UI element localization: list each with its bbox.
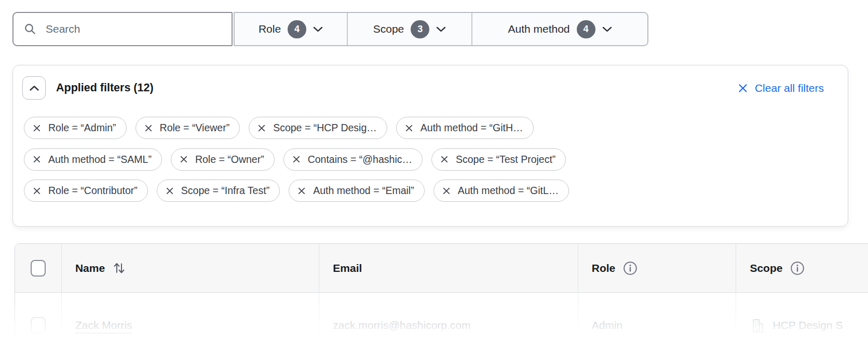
- building-icon: [750, 318, 766, 334]
- clear-all-label: Clear all filters: [755, 82, 824, 94]
- filter-chip-label: Auth method = “GitH…: [421, 122, 523, 134]
- filter-chip: Auth method = “GitL…: [433, 180, 569, 202]
- remove-filter-button[interactable]: [33, 155, 41, 163]
- close-icon: [33, 155, 41, 163]
- filter-chip: Auth method = “SAML”: [24, 148, 162, 171]
- close-icon: [405, 124, 413, 132]
- column-header-email: Email: [319, 244, 577, 292]
- column-header-label: Scope: [750, 262, 782, 274]
- column-header-role: Role: [578, 244, 736, 292]
- remove-filter-button[interactable]: [257, 124, 266, 132]
- info-icon: [623, 261, 638, 276]
- filter-dropdown-auth-method[interactable]: Auth method 4: [471, 13, 647, 45]
- remove-filter-button[interactable]: [405, 124, 413, 132]
- filter-chip: Scope = “Infra Test”: [157, 180, 280, 202]
- chevron-down-icon: [313, 26, 323, 32]
- filter-chip-label: Contains = “@hashic…: [308, 154, 412, 166]
- chip-row: Role = “Admin” Role = “Viewer” Scope = “…: [24, 117, 837, 139]
- clear-all-filters-button[interactable]: Clear all filters: [738, 82, 824, 94]
- filter-chip-label: Role = “Owner”: [195, 154, 264, 166]
- filter-chip: Role = “Contributor”: [24, 180, 148, 202]
- applied-filter-chips: Role = “Admin” Role = “Viewer” Scope = “…: [13, 100, 848, 202]
- close-icon: [144, 124, 153, 132]
- row-email-cell: zack.morris@hashicorp.com: [319, 293, 577, 358]
- filter-chip: Contains = “@hashic…: [283, 148, 423, 171]
- filter-chip: Auth method = “GitH…: [396, 117, 534, 139]
- filter-chip-label: Scope = “Infra Test”: [181, 185, 269, 197]
- select-all-cell: [15, 244, 61, 292]
- search-input[interactable]: [45, 22, 232, 36]
- close-icon: [33, 187, 41, 195]
- sort-arrows-icon: [113, 260, 126, 276]
- filter-chip: Role = “Admin”: [24, 117, 127, 139]
- info-button[interactable]: [623, 261, 638, 276]
- close-icon: [180, 155, 188, 163]
- user-role: Admin: [592, 319, 623, 332]
- chevron-down-icon: [436, 26, 446, 32]
- column-header-name: Name: [61, 244, 319, 292]
- close-icon: [33, 124, 41, 132]
- filter-dropdown-role[interactable]: Role 4: [235, 13, 347, 45]
- applied-filters-header: Applied filters (12) Clear all filters: [13, 65, 848, 100]
- select-all-checkbox[interactable]: [31, 260, 46, 277]
- sort-button[interactable]: [113, 260, 126, 276]
- close-icon: [166, 187, 174, 195]
- filter-chip-label: Role = “Admin”: [48, 122, 116, 134]
- row-scope-cell: HCP Design S: [736, 293, 868, 358]
- remove-filter-button[interactable]: [292, 155, 301, 163]
- close-icon: [297, 187, 306, 195]
- user-email: zack.morris@hashicorp.com: [333, 319, 470, 332]
- remove-filter-button[interactable]: [440, 155, 449, 163]
- row-checkbox[interactable]: [31, 317, 46, 334]
- info-icon: [790, 261, 805, 276]
- dropdown-label: Auth method: [508, 23, 569, 35]
- column-header-label: Name: [75, 262, 105, 274]
- filter-chip: Role = “Viewer”: [135, 117, 240, 139]
- row-role-cell: Admin: [578, 293, 736, 358]
- column-header-label: Role: [592, 262, 616, 274]
- filter-toolbar: Role 4 Scope 3 Auth method 4: [12, 12, 648, 46]
- remove-filter-button[interactable]: [166, 187, 174, 195]
- info-button[interactable]: [790, 261, 805, 276]
- close-icon: [257, 124, 266, 132]
- collapse-button[interactable]: [22, 76, 46, 100]
- remove-filter-button[interactable]: [33, 124, 41, 132]
- table-header-row: Name Email Role Scope: [15, 244, 868, 293]
- search-box: [12, 12, 233, 46]
- remove-filter-button[interactable]: [442, 187, 451, 195]
- row-select-cell: [15, 293, 61, 358]
- dropdown-label: Role: [259, 23, 281, 35]
- applied-filters-panel: Applied filters (12) Clear all filters R…: [12, 65, 848, 227]
- search-icon: [23, 22, 37, 36]
- filter-chip-label: Role = “Viewer”: [160, 122, 230, 134]
- row-name-cell: Zack Morris: [61, 293, 319, 358]
- filter-dropdown-scope[interactable]: Scope 3: [347, 13, 471, 45]
- filter-dropdown-group: Role 4 Scope 3 Auth method 4: [234, 12, 648, 46]
- filter-chip: Role = “Owner”: [171, 148, 275, 171]
- filter-chip-label: Role = “Contributor”: [48, 185, 138, 197]
- count-badge: 4: [288, 20, 306, 38]
- remove-filter-button[interactable]: [297, 187, 306, 195]
- remove-filter-button[interactable]: [144, 124, 153, 132]
- column-header-label: Email: [333, 262, 362, 274]
- filter-chip-label: Auth method = “SAML”: [48, 154, 152, 166]
- filter-chip: Auth method = “Email”: [289, 180, 425, 202]
- remove-filter-button[interactable]: [33, 187, 41, 195]
- filter-chip: Scope = “HCP Desig…: [249, 117, 387, 139]
- count-badge: 3: [411, 20, 429, 38]
- dropdown-label: Scope: [373, 23, 404, 35]
- chevron-up-icon: [29, 85, 39, 91]
- close-icon: [292, 155, 301, 163]
- table-row: Zack Morris zack.morris@hashicorp.com Ad…: [15, 293, 868, 358]
- remove-filter-button[interactable]: [180, 155, 188, 163]
- close-icon: [738, 83, 748, 93]
- close-icon: [440, 155, 449, 163]
- user-name-link[interactable]: Zack Morris: [75, 319, 132, 332]
- chip-row: Role = “Contributor” Scope = “Infra Test…: [24, 180, 837, 202]
- filter-chip-label: Auth method = “GitL…: [458, 185, 559, 197]
- users-table: Name Email Role Scope Zack Morris: [15, 243, 868, 358]
- filter-chip-label: Scope = “Test Project”: [456, 154, 555, 166]
- filter-chip-label: Scope = “HCP Desig…: [273, 122, 377, 134]
- close-icon: [442, 187, 451, 195]
- count-badge: 4: [577, 20, 595, 38]
